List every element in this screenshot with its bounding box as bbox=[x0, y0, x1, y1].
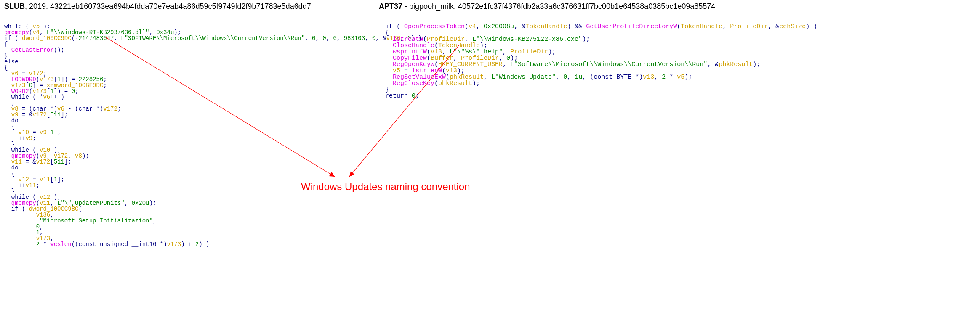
left-code-block: while ( v5 ); qmemcpy(v4, L"\\Windows-RT… bbox=[4, 24, 422, 247]
left-heading-rest: , 2019: 43221eb160733ea694b4fdda70e7eab4… bbox=[25, 2, 311, 11]
left-heading-bold: SLUB bbox=[4, 2, 25, 11]
annotation-text: Windows Updates naming convention bbox=[301, 181, 470, 193]
right-code-block: if ( OpenProcessToken(v4, 0x20008u, &Tok… bbox=[385, 24, 817, 99]
left-heading: SLUB, 2019: 43221eb160733ea694b4fdda70e7… bbox=[4, 2, 311, 11]
right-heading-bold: APT37 bbox=[379, 2, 402, 11]
right-heading: APT37 - bigpooh_milk: 40572e1fc37f4376fd… bbox=[379, 2, 715, 11]
right-heading-rest: - bigpooh_milk: 40572e1fc37f4376fdb2a33a… bbox=[402, 2, 715, 11]
